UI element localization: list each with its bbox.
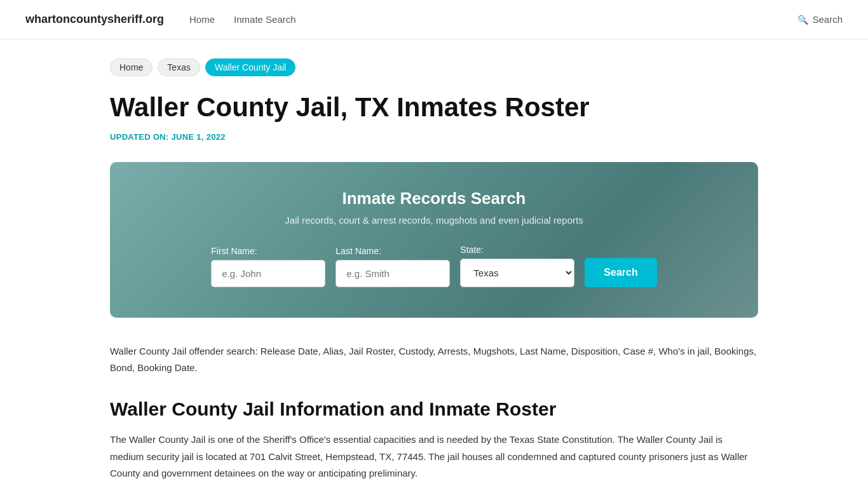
last-name-input[interactable]: [336, 260, 450, 287]
search-button[interactable]: Search: [585, 258, 656, 287]
search-panel-subtitle: Jail records, court & arrest records, mu…: [135, 215, 733, 226]
first-name-label: First Name:: [211, 246, 257, 256]
nav-link-home[interactable]: Home: [189, 14, 215, 25]
state-label: State:: [460, 245, 484, 255]
search-icon: 🔍: [797, 15, 808, 25]
breadcrumb-waller[interactable]: Waller County Jail: [205, 58, 295, 76]
body-text: Waller County Jail offender search: Rele…: [110, 343, 758, 376]
search-form: First Name: Last Name: State: AlabamaAla…: [135, 245, 733, 287]
updated-on: UPDATED ON: JUNE 1, 2022: [110, 132, 758, 142]
nav-links: Home Inmate Search: [189, 14, 797, 25]
search-panel-title: Inmate Records Search: [135, 189, 733, 208]
first-name-group: First Name:: [211, 246, 325, 287]
nav-link-inmate-search[interactable]: Inmate Search: [234, 14, 296, 25]
breadcrumb-home[interactable]: Home: [110, 58, 153, 76]
first-name-input[interactable]: [211, 260, 325, 287]
navbar-brand[interactable]: whartoncountysheriff.org: [25, 13, 164, 26]
page-title: Waller County Jail, TX Inmates Roster: [110, 92, 758, 123]
last-name-label: Last Name:: [336, 246, 381, 256]
state-group: State: AlabamaAlaskaArizonaArkansasCalif…: [460, 245, 574, 287]
info-section-heading: Waller County Jail Information and Inmat…: [110, 398, 758, 420]
search-panel: Inmate Records Search Jail records, cour…: [110, 162, 758, 318]
state-select[interactable]: AlabamaAlaskaArizonaArkansasCaliforniaCo…: [460, 259, 574, 287]
info-section-body: The Waller County Jail is one of the She…: [110, 431, 758, 482]
nav-search[interactable]: 🔍 Search: [797, 14, 843, 25]
breadcrumb-texas[interactable]: Texas: [158, 58, 200, 76]
main-content: Home Texas Waller County Jail Waller Cou…: [85, 39, 783, 488]
breadcrumb: Home Texas Waller County Jail: [110, 58, 758, 76]
last-name-group: Last Name:: [336, 246, 450, 287]
nav-search-label: Search: [812, 14, 843, 25]
navbar: whartoncountysheriff.org Home Inmate Sea…: [0, 0, 868, 39]
